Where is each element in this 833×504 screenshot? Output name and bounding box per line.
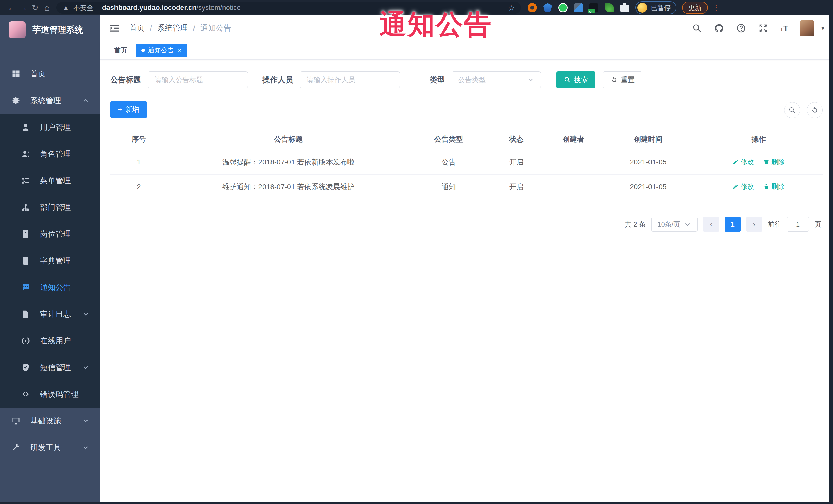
add-button[interactable]: + 新增 xyxy=(110,101,147,118)
sidebar-item-infra[interactable]: 基础设施 xyxy=(0,408,100,434)
sidebar-item-audit-log[interactable]: 审计日志 xyxy=(0,301,100,328)
search-button[interactable]: 搜索 xyxy=(556,71,595,88)
sidebar-logo-row[interactable]: 芋道管理系统 xyxy=(0,16,100,44)
cell-type: 公告 xyxy=(410,150,488,174)
sidebar-item-online-user[interactable]: 在线用户 xyxy=(0,328,100,354)
browser-profile-chip[interactable]: 已暂停 xyxy=(636,1,676,14)
cell-creator xyxy=(545,150,602,174)
breadcrumb-separator: / xyxy=(193,24,195,32)
sidebar-item-role-mgmt[interactable]: 角色管理 xyxy=(0,141,100,167)
browser-home-icon[interactable]: ⌂ xyxy=(41,0,53,16)
bookmark-star-icon[interactable]: ☆ xyxy=(508,3,515,12)
cell-actions: 修改删除 xyxy=(694,150,823,174)
message-icon xyxy=(21,283,31,292)
chevron-down-icon xyxy=(82,364,89,371)
prev-page-button[interactable]: ‹ xyxy=(703,217,719,232)
close-icon[interactable]: × xyxy=(178,47,182,54)
tab-通知公告[interactable]: 通知公告× xyxy=(136,44,187,57)
delete-link[interactable]: 删除 xyxy=(763,158,785,167)
search-button-label: 搜索 xyxy=(574,75,588,85)
toggle-search-button[interactable] xyxy=(784,102,800,118)
breadcrumb-item[interactable]: 系统管理 xyxy=(157,23,188,33)
window-edge-bottom xyxy=(0,502,833,504)
extension-orange-icon[interactable] xyxy=(528,3,537,12)
edit-link-label: 修改 xyxy=(741,158,754,167)
sidebar-item-label: 基础设施 xyxy=(30,416,61,426)
sidebar-item-label: 短信管理 xyxy=(40,362,71,373)
browser-update-button[interactable]: 更新 xyxy=(682,2,708,14)
extension-leaf-icon[interactable] xyxy=(604,3,614,12)
pagination: 共 2 条 10条/页 ‹ 1 › 前往 页 xyxy=(110,217,823,232)
breadcrumb-item[interactable]: 首页 xyxy=(129,23,145,33)
help-icon[interactable] xyxy=(736,23,746,33)
tab-首页[interactable]: 首页 xyxy=(109,44,133,57)
browser-refresh-icon[interactable]: ↻ xyxy=(29,0,41,16)
sidebar-item-errcode-mgmt[interactable]: 错误码管理 xyxy=(0,381,100,408)
search-icon[interactable] xyxy=(692,23,702,33)
table-row: 2维护通知：2018-07-01 若依系统凌晨维护通知开启2021-01-05修… xyxy=(110,174,823,199)
home-icon xyxy=(11,69,21,78)
notice-title-input[interactable] xyxy=(148,71,248,88)
sidebar-item-label: 岗位管理 xyxy=(40,229,71,239)
edit-link[interactable]: 修改 xyxy=(732,182,754,191)
app-frame: 芋道管理系统 首页系统管理用户管理角色管理菜单管理部门管理岗位管理字典管理通知公… xyxy=(0,16,833,504)
shield-icon xyxy=(21,363,31,372)
page-size-value: 10条/页 xyxy=(658,220,680,229)
page-size-select[interactable]: 10条/页 xyxy=(651,217,697,232)
code-icon xyxy=(21,389,31,399)
fullscreen-icon[interactable] xyxy=(758,23,768,33)
refresh-table-button[interactable] xyxy=(807,102,823,118)
sidebar-item-home[interactable]: 首页 xyxy=(0,61,100,87)
extension-blue-icon[interactable] xyxy=(543,3,552,12)
navbar-icons: TT ▾ xyxy=(692,20,824,37)
extension-icons xyxy=(528,3,629,12)
edit-link[interactable]: 修改 xyxy=(732,158,754,167)
sidebar-item-dept-mgmt[interactable]: 部门管理 xyxy=(0,194,100,221)
page-1-button[interactable]: 1 xyxy=(725,217,741,232)
sidebar-item-post-mgmt[interactable]: 岗位管理 xyxy=(0,221,100,247)
extension-puzzle-icon[interactable] xyxy=(620,3,629,12)
sidebar-item-sms-mgmt[interactable]: 短信管理 xyxy=(0,354,100,381)
tools-icon xyxy=(11,443,21,452)
tag-label: 首页 xyxy=(114,46,127,54)
operator-input[interactable] xyxy=(300,71,400,88)
sidebar-item-label: 角色管理 xyxy=(40,149,71,159)
sidebar-item-system[interactable]: 系统管理 xyxy=(0,87,100,114)
sidebar-item-menu-mgmt[interactable]: 菜单管理 xyxy=(0,167,100,194)
sidebar-item-notice[interactable]: 通知公告 xyxy=(0,274,100,301)
sidebar-submenu: 用户管理角色管理菜单管理部门管理岗位管理字典管理通知公告审计日志在线用户短信管理… xyxy=(0,114,100,408)
reset-button[interactable]: 重置 xyxy=(603,71,642,88)
cell-actions: 修改删除 xyxy=(694,174,823,199)
cell-created: 2021-01-05 xyxy=(602,150,694,174)
browser-menu-kebab-icon[interactable]: ⋮ xyxy=(712,4,720,11)
sidebar-item-dev-tools[interactable]: 研发工具 xyxy=(0,434,100,461)
extension-grid-icon[interactable] xyxy=(574,3,583,12)
avatar-caret-icon[interactable]: ▾ xyxy=(822,25,824,31)
breadcrumb: 首页/系统管理/通知公告 xyxy=(129,23,231,33)
delete-link[interactable]: 删除 xyxy=(763,182,785,191)
goto-page-input[interactable] xyxy=(787,217,809,232)
browser-forward-icon[interactable]: → xyxy=(18,0,29,16)
sidebar-item-label: 部门管理 xyxy=(40,202,71,213)
breadcrumb-item: 通知公告 xyxy=(200,23,231,33)
font-size-icon[interactable]: TT xyxy=(780,24,788,32)
badge-icon xyxy=(21,230,31,239)
user-avatar[interactable] xyxy=(800,20,814,37)
extension-on-badge-icon[interactable] xyxy=(589,3,598,12)
extension-green-circle-icon[interactable] xyxy=(558,3,568,12)
github-icon[interactable] xyxy=(714,23,724,33)
notice-type-select[interactable]: 公告类型 xyxy=(452,71,541,88)
sidebar-fold-icon[interactable] xyxy=(109,23,120,34)
sidebar-item-dict-mgmt[interactable]: 字典管理 xyxy=(0,247,100,274)
sidebar-item-user-mgmt[interactable]: 用户管理 xyxy=(0,114,100,141)
cell-status: 开启 xyxy=(488,174,545,199)
cell-no: 1 xyxy=(110,150,167,174)
sidebar: 芋道管理系统 首页系统管理用户管理角色管理菜单管理部门管理岗位管理字典管理通知公… xyxy=(0,16,100,504)
cell-title: 温馨提醒：2018-07-01 若依新版本发布啦 xyxy=(167,150,410,174)
notice-table: 序号公告标题公告类型状态创建者创建时间操作 1温馨提醒：2018-07-01 若… xyxy=(110,129,823,199)
page-unit-label: 页 xyxy=(814,220,821,229)
next-page-button[interactable]: › xyxy=(746,217,762,232)
sidebar-item-label: 错误码管理 xyxy=(40,389,78,400)
browser-back-icon[interactable]: ← xyxy=(6,0,18,16)
online-icon xyxy=(21,336,31,345)
